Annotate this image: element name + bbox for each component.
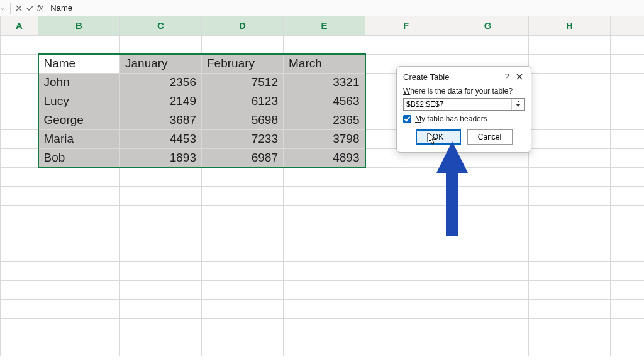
- cell-B5[interactable]: George: [38, 111, 120, 129]
- col-header-A[interactable]: A: [1, 16, 38, 35]
- cell-B6[interactable]: Maria: [38, 129, 120, 148]
- row-6[interactable]: Maria 4453 7233 3798: [1, 129, 645, 148]
- cell-E5[interactable]: 2365: [284, 111, 365, 129]
- ok-button[interactable]: OK: [416, 129, 461, 145]
- row-11[interactable]: [1, 224, 645, 243]
- cell-D5[interactable]: 5698: [202, 111, 284, 129]
- cell-D6[interactable]: 7233: [202, 129, 284, 148]
- range-input-wrap: [403, 98, 525, 111]
- cell-D7[interactable]: 6987: [202, 148, 284, 167]
- row-7[interactable]: Bob 1893 6987 4893: [1, 148, 645, 167]
- col-header-C[interactable]: C: [120, 16, 202, 35]
- row-12[interactable]: [1, 243, 645, 261]
- cell-D4[interactable]: 6123: [202, 92, 284, 111]
- dialog-prompt: Where is the data for your table?: [403, 87, 525, 96]
- headers-checkbox[interactable]: [403, 115, 411, 123]
- name-box[interactable]: ⌄: [0, 4, 8, 11]
- row-1[interactable]: [1, 35, 645, 54]
- cell-E4[interactable]: 4563: [284, 92, 365, 111]
- row-13[interactable]: [1, 261, 645, 280]
- row-10[interactable]: [1, 205, 645, 224]
- row-2[interactable]: Name January February March: [1, 54, 645, 73]
- divider: [10, 3, 11, 14]
- col-header-I[interactable]: I: [611, 16, 645, 35]
- row-17[interactable]: [1, 337, 645, 356]
- cell-D2[interactable]: February: [202, 54, 284, 73]
- col-header-D[interactable]: D: [202, 16, 284, 35]
- range-input[interactable]: [404, 99, 511, 110]
- cell-E6[interactable]: 3798: [284, 129, 365, 148]
- row-15[interactable]: [1, 299, 645, 318]
- dialog-title: Create Table: [403, 72, 501, 82]
- headers-checkbox-row[interactable]: My table has headers: [403, 114, 525, 123]
- col-header-G[interactable]: G: [447, 16, 529, 35]
- formula-accept-icon[interactable]: [25, 3, 36, 14]
- cell-C6[interactable]: 4453: [120, 129, 202, 148]
- fx-label[interactable]: fx: [37, 4, 43, 13]
- formula-bar: ⌄ fx Name: [0, 0, 644, 16]
- range-selector-icon[interactable]: [511, 99, 524, 110]
- cell-C3[interactable]: 2356: [120, 73, 202, 92]
- cell-E7[interactable]: 4893: [284, 148, 365, 167]
- close-icon[interactable]: [513, 70, 526, 83]
- cancel-button[interactable]: Cancel: [467, 129, 513, 145]
- row-14[interactable]: [1, 280, 645, 299]
- col-header-H[interactable]: H: [529, 16, 611, 35]
- cell-C5[interactable]: 3687: [120, 111, 202, 129]
- row-16[interactable]: [1, 318, 645, 337]
- cell-C7[interactable]: 1893: [120, 148, 202, 167]
- cell-C2[interactable]: January: [120, 54, 202, 73]
- spreadsheet-grid[interactable]: A B C D E F G H I Name January February …: [0, 16, 644, 356]
- row-8[interactable]: [1, 167, 645, 186]
- cell-C4[interactable]: 2149: [120, 92, 202, 111]
- formula-bar-value[interactable]: Name: [47, 3, 644, 13]
- row-9[interactable]: [1, 186, 645, 205]
- cell-B2[interactable]: Name: [38, 54, 120, 73]
- formula-cancel-icon[interactable]: [13, 3, 25, 14]
- cell-B3[interactable]: John: [38, 73, 120, 92]
- create-table-dialog: Create Table ? Where is the data for you…: [396, 66, 531, 153]
- cell-E2[interactable]: March: [284, 54, 365, 73]
- row-5[interactable]: George 3687 5698 2365: [1, 111, 645, 129]
- col-header-F[interactable]: F: [365, 16, 447, 35]
- cell-E3[interactable]: 3321: [284, 73, 365, 92]
- col-header-E[interactable]: E: [284, 16, 365, 35]
- svg-rect-0: [518, 101, 519, 102]
- row-3[interactable]: John 2356 7512 3321: [1, 73, 645, 92]
- name-box-dropdown-icon: ⌄: [0, 4, 5, 11]
- cell-B4[interactable]: Lucy: [38, 92, 120, 111]
- col-header-B[interactable]: B: [38, 16, 120, 35]
- cell-B7[interactable]: Bob: [38, 148, 120, 167]
- row-4[interactable]: Lucy 2149 6123 4563: [1, 92, 645, 111]
- cell-D3[interactable]: 7512: [202, 73, 284, 92]
- column-headers-row: A B C D E F G H I: [1, 16, 645, 35]
- headers-checkbox-label: My table has headers: [415, 114, 487, 123]
- help-icon[interactable]: ?: [501, 70, 513, 83]
